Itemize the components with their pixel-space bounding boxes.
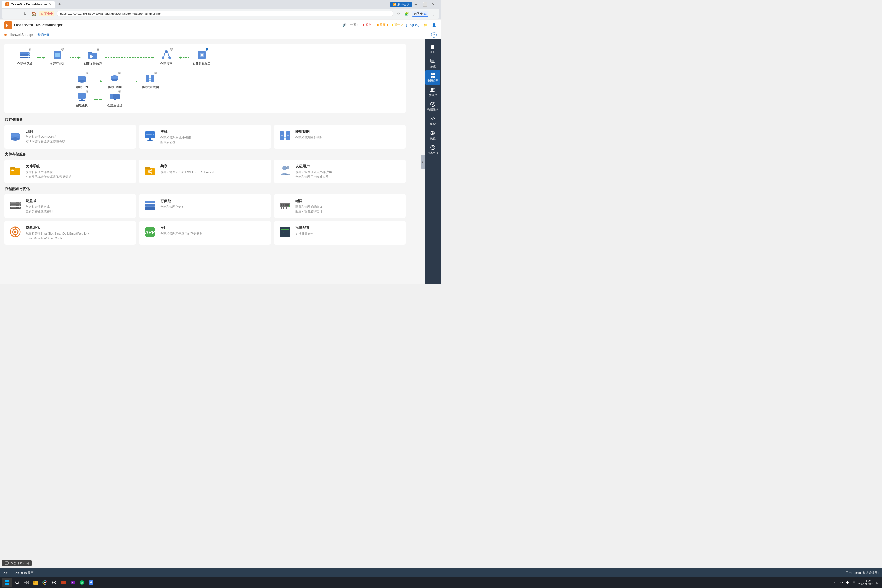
google-icon: G bbox=[424, 12, 427, 16]
mapping-view-card-icon bbox=[279, 129, 291, 142]
url-input[interactable]: https://127.0.0.1:8088/deviceManager/dev… bbox=[57, 11, 393, 16]
monitoring-sidebar-label: 监控 bbox=[430, 123, 435, 126]
help-icon[interactable]: ? bbox=[431, 32, 436, 38]
flow-item-lun-group[interactable]: 0 创建LUN组 bbox=[102, 73, 127, 89]
sidebar-item-settings[interactable]: 设置 bbox=[425, 128, 441, 142]
svg-rect-94 bbox=[145, 201, 155, 203]
resource-tuning-card-text: 资源调优 配置和管理SmartTier/SmartQoS/SmartPartit… bbox=[26, 225, 132, 240]
settings-sidebar-label: 设置 bbox=[430, 137, 435, 140]
port-card[interactable]: 端口 配置和管理前端端口配置和管理逻辑端口 bbox=[274, 194, 406, 218]
svg-rect-46 bbox=[79, 96, 83, 96]
filesystem-card[interactable]: 文件系统 创建和管理文件系统对文件系统进行资源调优/数据保护 bbox=[4, 159, 136, 183]
lun-card[interactable]: LUN 创建和管理LUN/LUN组对LUN进行资源调优/数据保护 bbox=[4, 125, 136, 148]
browser-ext-icon[interactable]: 🧩 bbox=[404, 10, 410, 16]
flow-item-storage-pool[interactable]: 0 创建存储池 bbox=[45, 49, 70, 66]
svg-point-36 bbox=[111, 76, 118, 79]
flow-item-mapping-view[interactable]: 0 创建映射视图 bbox=[138, 73, 162, 89]
sidebar-item-home[interactable]: 首页 bbox=[425, 41, 441, 56]
svg-point-54 bbox=[11, 134, 20, 136]
important-alert[interactable]: 重要 1 bbox=[377, 23, 388, 27]
connector-to-branch: ▶ bbox=[70, 56, 81, 59]
user-icon[interactable]: 👤 bbox=[431, 22, 436, 28]
breadcrumb-root[interactable]: Huawei.Storage bbox=[10, 33, 33, 37]
sidebar-collapse-btn[interactable]: › bbox=[421, 155, 424, 168]
svg-line-22 bbox=[164, 53, 165, 56]
storage-pool-card[interactable]: 存储池 创建和管理存储池 bbox=[139, 194, 271, 218]
svg-rect-16 bbox=[90, 55, 92, 56]
tab-bar: H OceanStor DeviceManager ✕ + 📶 腾讯会议 ─ ⬜… bbox=[0, 0, 441, 9]
mapping-view-card-desc: 创建和管理映射视图 bbox=[296, 135, 401, 140]
flow-item-logic-port[interactable]: 1 创建逻辑端口 bbox=[189, 49, 214, 66]
filesystem-icon bbox=[87, 49, 99, 61]
svg-rect-27 bbox=[201, 54, 203, 56]
active-tab[interactable]: H OceanStor DeviceManager ✕ bbox=[2, 0, 55, 8]
auth-user-card[interactable]: 认证用户 创建和管理认证用户/用户组创建和管理用户映射关系 bbox=[274, 159, 406, 183]
multitenancy-sidebar-icon bbox=[430, 87, 436, 93]
speaker-icon[interactable]: 🔊 bbox=[342, 22, 347, 28]
resource-tuning-card-title: 资源调优 bbox=[26, 225, 132, 230]
sync-btn[interactable]: 未同步 G bbox=[412, 11, 429, 16]
svg-point-30 bbox=[78, 80, 86, 83]
flow-item-share[interactable]: 0 创建共享 bbox=[154, 49, 178, 66]
batch-config-card[interactable]: >_ 批量配置 执行批量操作 bbox=[274, 221, 406, 245]
share-card[interactable]: 共享 创建和管理NFS/CIFS/FTP/CIFS Homedir bbox=[139, 159, 271, 183]
resource-tuning-card[interactable]: 资源调优 配置和管理SmartTier/SmartQoS/SmartPartit… bbox=[4, 221, 136, 245]
bookmark-star-icon[interactable]: ☆ bbox=[396, 10, 402, 16]
tencent-meeting-btn[interactable]: 📶 腾讯会议 bbox=[390, 2, 412, 7]
flow-item-lun[interactable]: 0 创建LUN bbox=[70, 73, 94, 89]
mapping-view-card-text: 映射视图 创建和管理映射视图 bbox=[296, 129, 401, 140]
forward-btn[interactable]: → bbox=[13, 10, 20, 17]
file-storage-title: 文件存储服务 bbox=[4, 152, 406, 157]
svg-rect-49 bbox=[114, 99, 116, 100]
urgent-alert[interactable]: 紧急 1 bbox=[363, 23, 374, 27]
filesystem-card-title: 文件系统 bbox=[26, 164, 132, 169]
flow-item-disk-domain[interactable]: 0 创建硬盘域 bbox=[12, 49, 37, 66]
close-btn[interactable]: ✕ bbox=[430, 1, 436, 8]
storage-pool-label: 创建存储池 bbox=[50, 62, 65, 66]
sidebar-item-support[interactable]: ? 技术支持 bbox=[425, 142, 441, 157]
svg-point-24 bbox=[165, 51, 167, 53]
svg-point-83 bbox=[282, 166, 286, 170]
data-protection-sidebar-icon bbox=[430, 101, 436, 107]
disk-domain-card[interactable]: 硬盘域 创建和管理硬盘域更新加密硬盘域密钥 bbox=[4, 194, 136, 218]
disk-domain-card-desc: 创建和管理硬盘域更新加密硬盘域密钥 bbox=[26, 204, 132, 213]
app-card-icon: APP bbox=[144, 225, 156, 238]
language-btn[interactable]: [ English ] bbox=[406, 23, 419, 27]
browser-menu-btn[interactable]: ⋮ bbox=[430, 10, 436, 16]
host-card-title: 主机 bbox=[160, 129, 266, 134]
mapping-view-card[interactable]: 映射视图 创建和管理映射视图 bbox=[274, 125, 406, 148]
svg-point-114 bbox=[14, 231, 16, 233]
flow-item-host-group[interactable]: 0 创建主机组 bbox=[102, 91, 127, 108]
tab-favicon: H bbox=[6, 3, 9, 6]
warning-alert[interactable]: 警告 2 bbox=[392, 23, 403, 27]
flow-item-filesystem[interactable]: 0 创建文件系统 bbox=[81, 49, 105, 66]
mapping-view-label: 创建映射视图 bbox=[141, 85, 159, 89]
tab-close-btn[interactable]: ✕ bbox=[49, 3, 51, 6]
flow-item-host[interactable]: 0 创建主机 bbox=[70, 91, 94, 108]
refresh-btn[interactable]: ↻ bbox=[22, 10, 28, 17]
storage-pool-icon bbox=[51, 49, 63, 61]
sidebar-item-data-protection[interactable]: 数据保护 bbox=[425, 99, 441, 114]
disk-domain-card-icon bbox=[9, 198, 22, 212]
svg-rect-127 bbox=[430, 76, 432, 78]
home-nav-btn[interactable]: 🏠 bbox=[30, 10, 37, 17]
sidebar-item-multitenancy[interactable]: 多租户 bbox=[425, 85, 441, 99]
sidebar-item-system[interactable]: 系统 bbox=[425, 56, 441, 70]
host-card[interactable]: 主机 创建和管理主机/主机组配置启动器 bbox=[139, 125, 271, 148]
host-icon-flow bbox=[76, 91, 88, 103]
back-btn[interactable]: ← bbox=[4, 10, 11, 17]
app-card[interactable]: APP 应用 创建和管理基于应用的存储资源 bbox=[139, 221, 271, 245]
mapping-view-card-title: 映射视图 bbox=[296, 129, 401, 134]
header-right: 🔊 告警： 紧急 1 重要 1 警告 2 [ English ] 📁 👤 bbox=[342, 22, 436, 28]
resource-tuning-card-desc: 配置和管理SmartTier/SmartQoS/SmartPartition/S… bbox=[26, 231, 132, 240]
restore-btn[interactable]: ⬜ bbox=[422, 1, 428, 8]
lun-label: 创建LUN bbox=[76, 85, 88, 89]
filesystem-card-text: 文件系统 创建和管理文件系统对文件系统进行资源调优/数据保护 bbox=[26, 164, 132, 179]
sidebar-item-monitoring[interactable]: 监控 bbox=[425, 114, 441, 128]
minimize-btn[interactable]: ─ bbox=[413, 1, 419, 8]
new-tab-btn[interactable]: + bbox=[56, 0, 63, 8]
sidebar-item-resources[interactable]: 资源分配 bbox=[425, 70, 441, 85]
folder-icon[interactable]: 📁 bbox=[423, 22, 428, 28]
right-sidebar: 首页 系统 资源分配 多租户 数据保护 bbox=[424, 39, 441, 284]
arrow-lungroup-mapping: ▶ bbox=[127, 80, 138, 82]
